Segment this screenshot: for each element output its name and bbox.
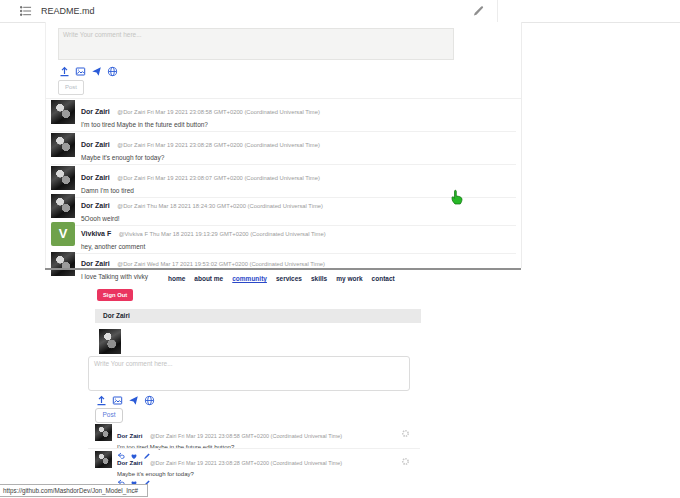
globe-icon[interactable] bbox=[143, 394, 155, 406]
post-button[interactable]: Post bbox=[95, 408, 123, 423]
avatar-initial: V bbox=[51, 222, 75, 246]
image-icon[interactable] bbox=[111, 394, 123, 406]
nav-community[interactable]: community bbox=[232, 275, 267, 282]
upload-icon[interactable] bbox=[95, 394, 107, 406]
comment-text: Maybe it's enough for today? bbox=[117, 471, 425, 477]
image-icon[interactable] bbox=[74, 65, 86, 77]
upload-icon[interactable] bbox=[58, 65, 70, 77]
nav-about-me[interactable]: about me bbox=[194, 275, 223, 282]
send-icon[interactable] bbox=[90, 65, 102, 77]
gear-icon[interactable] bbox=[401, 424, 410, 442]
comment-author: Dor Zairi bbox=[81, 174, 110, 181]
portfolio-nav: home about me community services skills … bbox=[168, 275, 395, 282]
comment-text: I'm too tired Maybe in the future edit b… bbox=[117, 444, 425, 450]
comment-actions bbox=[117, 479, 425, 487]
comment-row: V Vivkiva F @Vivkiva F Thu Mar 18 2021 1… bbox=[51, 222, 516, 254]
status-url: https://github.com/MashdorDev/Jon_Model_… bbox=[0, 484, 148, 497]
comment-timestamp: @Dor Zairi Fri Mar 19 2021 23:08:07 GMT+… bbox=[117, 175, 320, 181]
header-divider bbox=[497, 0, 498, 22]
nav-services[interactable]: services bbox=[276, 275, 302, 282]
nav-skills[interactable]: skills bbox=[311, 275, 327, 282]
profile-photo bbox=[99, 329, 121, 354]
comment-author: Dor Zairi bbox=[81, 260, 110, 267]
comment-author: Dor Zairi bbox=[81, 202, 110, 209]
nav-contact[interactable]: contact bbox=[372, 275, 395, 282]
gear-icon[interactable] bbox=[401, 452, 410, 470]
avatar bbox=[95, 424, 112, 441]
comment-timestamp: @Dor Zairi Wed Mar 17 2021 19:53:02 GMT+… bbox=[117, 261, 325, 267]
file-header: README.md bbox=[0, 0, 680, 23]
list-icon[interactable] bbox=[20, 5, 32, 17]
comment-timestamp: @Dor Zairi Fri Mar 19 2021 23:08:28 GMT+… bbox=[150, 460, 342, 466]
comment-author: Dor Zairi bbox=[81, 108, 110, 115]
send-icon[interactable] bbox=[127, 394, 139, 406]
composer-toolbar bbox=[95, 394, 155, 406]
comment-row: Dor Zairi @Dor Zairi Fri Mar 19 2021 23:… bbox=[95, 451, 425, 487]
comment-text: Damn I'm too tired bbox=[81, 187, 516, 194]
nav-my-work[interactable]: my work bbox=[336, 275, 362, 282]
section-divider bbox=[45, 268, 521, 270]
comment-timestamp: @Dor Zairi Fri Mar 19 2021 23:08:58 GMT+… bbox=[150, 433, 342, 439]
comment-author: Dor Zairi bbox=[117, 432, 142, 439]
comment-row: Dor Zairi @Dor Zairi Fri Mar 19 2021 23:… bbox=[51, 133, 516, 165]
nav-home[interactable]: home bbox=[168, 275, 185, 282]
comment-text: I'm too tired Maybe in the future edit b… bbox=[81, 121, 516, 128]
comment-timestamp: @Dor Zairi Fri Mar 19 2021 23:08:58 GMT+… bbox=[117, 109, 320, 115]
comment-text: Maybe it's enough for today? bbox=[81, 154, 516, 161]
comment-text: 5Oooh weird! bbox=[81, 215, 516, 222]
comment-input[interactable] bbox=[58, 28, 454, 60]
divider bbox=[88, 448, 420, 449]
community-panel: Post Dor Zairi @Dor Zairi Fri Mar 19 202… bbox=[45, 22, 522, 268]
comment-text: hey, another comment bbox=[81, 243, 516, 250]
pencil-icon[interactable] bbox=[472, 4, 484, 16]
profile-name-bar: Dor Zairi bbox=[95, 309, 421, 323]
globe-icon[interactable] bbox=[106, 65, 118, 77]
sign-out-button[interactable]: Sign Out bbox=[97, 289, 133, 301]
comment-timestamp: @Dor Zairi Fri Mar 19 2021 23:08:28 GMT+… bbox=[117, 142, 320, 148]
file-title: README.md bbox=[41, 0, 95, 22]
app-window: README.md bbox=[0, 0, 680, 498]
avatar bbox=[51, 100, 75, 124]
avatar bbox=[51, 166, 75, 190]
comment-timestamp: @Dor Zairi Thu Mar 18 2021 18:24:30 GMT+… bbox=[117, 203, 323, 209]
avatar bbox=[51, 194, 75, 218]
comment-author: Dor Zairi bbox=[117, 459, 142, 466]
comment-timestamp: @Vivkiva F Thu Mar 18 2021 19:13:29 GMT+… bbox=[119, 231, 326, 237]
avatar bbox=[51, 252, 75, 276]
post-button[interactable]: Post bbox=[58, 80, 84, 95]
comment-author: Vivkiva F bbox=[81, 230, 111, 237]
comment-input[interactable] bbox=[88, 356, 410, 391]
divider bbox=[46, 98, 521, 99]
avatar bbox=[95, 451, 112, 468]
composer-toolbar bbox=[58, 65, 118, 77]
avatar bbox=[51, 133, 75, 157]
comment-author: Dor Zairi bbox=[81, 141, 110, 148]
comment-row: Dor Zairi @Dor Zairi Fri Mar 19 2021 23:… bbox=[51, 100, 516, 132]
